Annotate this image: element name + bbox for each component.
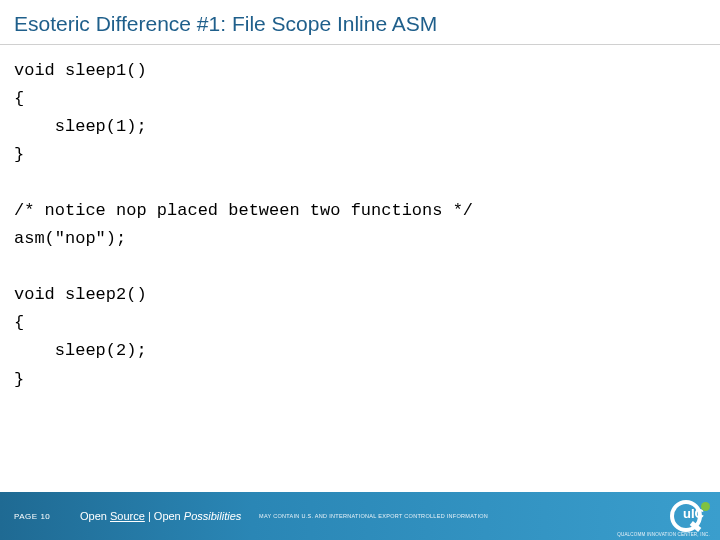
tagline-open-2: Open	[154, 510, 181, 522]
tagline-poss-em: Possibilities	[184, 510, 241, 522]
logo-subtitle: QUALCOMM INNOVATION CENTER, INC.	[617, 532, 710, 537]
tagline-open-1: Open	[80, 510, 107, 522]
page-indicator: PAGE 10	[0, 512, 60, 521]
page-label: PAGE	[14, 512, 38, 521]
page-number: 10	[40, 512, 50, 521]
quic-logo-icon: uIC	[670, 496, 710, 536]
slide-title: Esoteric Difference #1: File Scope Inlin…	[0, 0, 720, 45]
code-block: void sleep1() { sleep(1); } /* notice no…	[0, 45, 720, 394]
logo-dot-icon	[701, 502, 710, 511]
brand-logo: uIC	[670, 496, 720, 536]
tagline: Open Source | Open Possibilities	[60, 510, 245, 522]
disclaimer-text: MAY CONTAIN U.S. AND INTERNATIONAL EXPOR…	[245, 513, 670, 519]
footer-bar: PAGE 10 Open Source | Open Possibilities…	[0, 492, 720, 540]
tagline-source-u: Source	[110, 510, 145, 522]
tagline-possibilities: Possibilities	[184, 510, 241, 522]
tagline-source: Source	[110, 510, 145, 522]
